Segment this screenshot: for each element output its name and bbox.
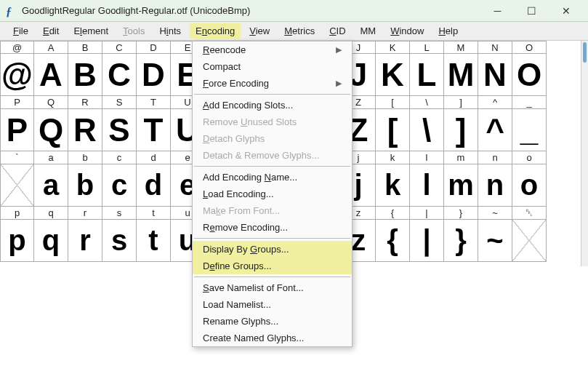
menubar: File Edit Element Tools Hints Encoding V…: [0, 22, 588, 41]
glyph-header: }: [444, 207, 478, 220]
glyph-header: L: [410, 41, 444, 54]
glyph-cell[interactable]: r: [68, 220, 102, 262]
glyph-header: |: [410, 207, 444, 220]
glyph-cell[interactable]: K: [376, 54, 410, 96]
glyph-header: Q: [34, 96, 68, 109]
app-icon: ƒ: [6, 5, 17, 17]
close-button[interactable]: ✕: [549, 1, 582, 21]
glyph-header: l: [410, 151, 444, 164]
glyph-cell[interactable]: \: [410, 109, 444, 151]
glyph-cell[interactable]: m: [444, 164, 478, 207]
glyph-cell[interactable]: B: [68, 54, 102, 96]
scroll-thumb[interactable]: [583, 42, 587, 63]
glyph-cell[interactable]: }: [444, 220, 478, 262]
glyph-cell[interactable]: l: [410, 164, 444, 207]
glyph-header: o: [512, 151, 547, 164]
dd-create-named[interactable]: Create Named Glyphs...: [193, 330, 352, 346]
glyph-cell[interactable]: a: [34, 164, 68, 207]
chevron-right-icon: ▶: [336, 79, 342, 88]
dd-add-name[interactable]: Add Encoding Name...: [193, 169, 352, 186]
glyph-header: A: [34, 41, 68, 54]
dd-force-encoding[interactable]: Force Encoding▶: [193, 75, 352, 92]
glyph-cell[interactable]: d: [137, 164, 171, 207]
glyph-cell[interactable]: @: [0, 54, 34, 96]
separator: [194, 238, 350, 239]
menu-element[interactable]: Element: [68, 23, 114, 39]
glyph-cell[interactable]: o: [512, 164, 547, 207]
glyph-header: b: [68, 151, 102, 164]
glyph-header: P: [0, 96, 34, 109]
glyph-header: s: [102, 207, 137, 220]
glyph-cell[interactable]: N: [478, 54, 512, 96]
dd-detach-glyphs: Detach Glyphs: [193, 130, 352, 147]
glyph-cell[interactable]: O: [512, 54, 547, 96]
glyph-cell[interactable]: s: [102, 220, 137, 262]
menu-view[interactable]: View: [243, 23, 275, 39]
dd-load-namelist[interactable]: Load Namelist...: [193, 296, 352, 313]
glyph-header: k: [376, 151, 410, 164]
glyph-header: B: [68, 41, 102, 54]
scrollbar[interactable]: [581, 41, 588, 266]
glyph-cell[interactable]: k: [376, 164, 410, 207]
glyph-cell[interactable]: C: [102, 54, 137, 96]
glyph-cell[interactable]: D: [137, 54, 171, 96]
glyph-cell[interactable]: ^: [478, 109, 512, 151]
glyph-header: N: [478, 41, 512, 54]
glyph-cell[interactable]: b: [68, 164, 102, 207]
menu-file[interactable]: File: [7, 23, 34, 39]
glyph-cell[interactable]: [0, 164, 34, 207]
glyph-cell[interactable]: [: [376, 109, 410, 151]
glyph-header: a: [34, 151, 68, 164]
menu-hints[interactable]: Hints: [153, 23, 187, 39]
glyph-header: c: [102, 151, 137, 164]
glyph-cell[interactable]: M: [444, 54, 478, 96]
glyph-cell[interactable]: c: [102, 164, 137, 207]
dd-add-slots[interactable]: Add Encoding Slots...: [193, 97, 352, 114]
glyph-header: ␡: [512, 207, 547, 220]
app-window: ƒ GoodlightRegular Goodlight-Regular.otf…: [0, 0, 588, 366]
dd-reencode[interactable]: Reencode▶: [193, 41, 352, 58]
glyph-header: d: [137, 151, 171, 164]
menu-encoding[interactable]: Encoding: [190, 23, 241, 39]
glyph-cell[interactable]: R: [68, 109, 102, 151]
glyph-cell[interactable]: L: [410, 54, 444, 96]
glyph-cell[interactable]: ]: [444, 109, 478, 151]
glyph-cell[interactable]: t: [137, 220, 171, 262]
encoding-dropdown: Reencode▶ Compact Force Encoding▶ Add En…: [192, 41, 353, 347]
glyph-cell[interactable]: S: [102, 109, 137, 151]
glyph-cell[interactable]: _: [512, 109, 547, 151]
glyph-cell[interactable]: P: [0, 109, 34, 151]
dd-load-encoding[interactable]: Load Encoding...: [193, 186, 352, 202]
dd-save-namelist[interactable]: Save Namelist of Font...: [193, 279, 352, 296]
glyph-cell[interactable]: Q: [34, 109, 68, 151]
glyph-cell[interactable]: p: [0, 220, 34, 262]
menu-metrics[interactable]: Metrics: [278, 23, 321, 39]
minimize-button[interactable]: ─: [481, 1, 514, 21]
glyph-cell[interactable]: |: [410, 220, 444, 262]
glyph-header: q: [34, 207, 68, 220]
dd-compact[interactable]: Compact: [193, 58, 352, 75]
glyph-header: M: [444, 41, 478, 54]
dd-remove-encoding[interactable]: Remove Encoding...: [193, 219, 352, 236]
menu-edit[interactable]: Edit: [37, 23, 65, 39]
glyph-cell[interactable]: {: [376, 220, 410, 262]
dd-display-groups[interactable]: Display By Groups...: [193, 241, 352, 258]
glyph-header: m: [444, 151, 478, 164]
glyph-cell[interactable]: [512, 220, 547, 262]
menu-mm[interactable]: MM: [355, 23, 382, 39]
menu-window[interactable]: Window: [384, 23, 430, 39]
glyph-cell[interactable]: A: [34, 54, 68, 96]
maximize-button[interactable]: ☐: [515, 1, 548, 21]
dd-define-groups[interactable]: Define Groups...: [193, 258, 352, 274]
glyph-header: n: [478, 151, 512, 164]
glyph-cell[interactable]: n: [478, 164, 512, 207]
glyph-cell[interactable]: T: [137, 109, 171, 151]
dd-remove-unused: Remove Unused Slots: [193, 114, 352, 130]
menu-help[interactable]: Help: [432, 23, 464, 39]
glyph-header: R: [68, 96, 102, 109]
menu-cid[interactable]: CID: [323, 23, 351, 39]
glyph-cell[interactable]: ~: [478, 220, 512, 262]
glyph-header: r: [68, 207, 102, 220]
dd-rename-glyphs[interactable]: Rename Glyphs...: [193, 313, 352, 330]
glyph-cell[interactable]: q: [34, 220, 68, 262]
